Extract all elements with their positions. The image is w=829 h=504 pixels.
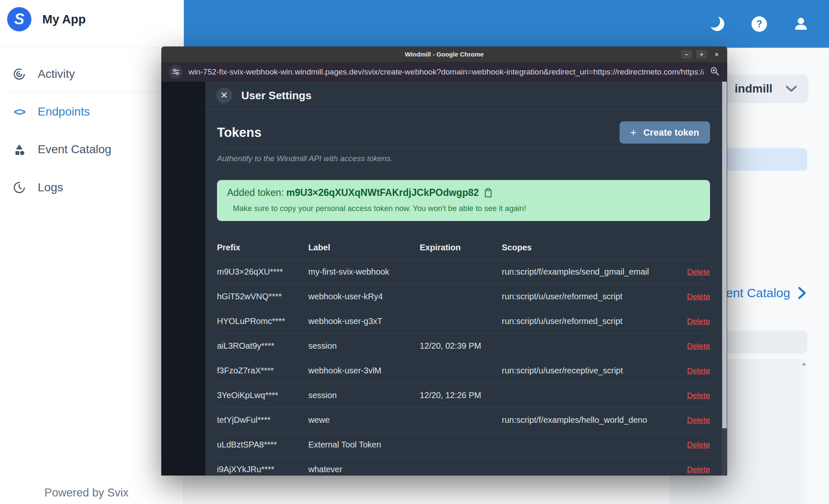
table-row: i9AjXYkJRu**** whatever Delete [217,457,710,476]
table-row: 3YeOiKpLwq**** session 12/20, 12:26 PM D… [217,383,710,408]
table-row: HYOLuPRomc**** webhook-user-g3xT run:scr… [217,309,710,334]
col-header-actions [675,243,710,252]
token-prefix: i9AjXYkJRu**** [217,465,308,474]
token-label: External Tool Token [308,440,420,450]
col-header-label: Label [308,243,420,252]
history-clock-icon [12,181,27,194]
delete-token-link[interactable]: Delete [687,465,710,474]
token-label: session [308,391,420,400]
chevron-right-icon [797,286,807,300]
code-brackets-icon: <> [12,105,27,118]
delete-token-link[interactable]: Delete [687,292,710,301]
app-header: ? [184,0,829,48]
sidebar-item-activity[interactable]: Activity [0,64,184,84]
help-icon[interactable]: ? [752,16,767,32]
chevron-down-icon [785,85,798,93]
create-token-label: Create token [643,127,699,138]
token-label: webhook-user-3vlM [308,366,420,375]
user-profile-icon[interactable] [793,16,809,32]
workspace-label: indmill [735,82,772,95]
activity-icon [12,67,27,81]
token-warning-note: Make sure to copy your personal access t… [233,204,700,213]
token-label: whatever [308,465,420,474]
token-prefix: aiL3ROat9y**** [217,341,308,351]
zoom-magnifier-icon[interactable] [710,66,720,78]
delete-token-link[interactable]: Delete [687,267,710,276]
drawer-body: Tokens + Create token Authentify to the … [205,110,722,476]
drawer-title: User Settings [241,89,312,102]
added-token-text: Added token: [227,187,284,198]
scrollbar-thumb[interactable] [722,82,727,428]
chrome-titlebar[interactable]: Windmill - Google Chrome – + × [161,46,727,62]
token-label: webhook-user-g3xT [308,316,420,326]
token-scopes: run:script/f/examples/hello_world_deno [502,415,675,425]
section-divider [217,149,710,149]
sidebar-divider [10,92,184,93]
window-title: Windmill - Google Chrome [405,51,483,58]
table-row: hGiT52wVNQ**** webhook-user-kRy4 run:scr… [217,284,710,309]
powered-by-svix: Powered by Svix [44,486,129,499]
token-prefix: m9U3×26qXU**** [217,267,308,277]
sidebar-item-label: Activity [38,67,75,81]
sidebar-item-label: Event Catalog [38,143,111,156]
token-scopes: run:script/u/user/reformed_script [502,292,675,301]
close-window-button[interactable]: × [711,50,722,59]
delete-token-link[interactable]: Delete [687,416,710,424]
sidebar: S My App Activity <> Endpoints [0,0,184,504]
table-row: f3FzoZ7raX**** webhook-user-3vlM run:scr… [217,358,710,383]
app-brand: S My App [0,0,183,31]
token-expiration: 12/20, 02:39 PM [420,341,502,351]
token-scopes: run:script/f/examples/send_gmail_email [502,267,675,277]
token-prefix: 3YeOiKpLwq**** [217,391,308,400]
window-scrollbar[interactable] [722,82,727,476]
token-label: webhook-user-kRy4 [308,292,420,301]
url-input[interactable]: win-752-fix-svix-webhook-win.windmill.pa… [189,67,704,77]
token-prefix: hGiT52wVNQ**** [217,292,308,301]
copy-clipboard-icon[interactable] [484,188,493,198]
minimize-button[interactable]: – [681,50,692,59]
table-row: uLdBztSPA8**** External Tool Token Delet… [217,432,710,457]
shapes-icon [12,143,27,156]
token-prefix: HYOLuPRomc**** [217,316,308,326]
maximize-button[interactable]: + [696,50,707,59]
site-settings-icon[interactable] [169,65,183,79]
sidebar-item-endpoints[interactable]: <> Endpoints [0,102,184,122]
create-token-button[interactable]: + Create token [620,121,710,144]
chrome-window: Windmill - Google Chrome – + × win-752-f… [161,46,727,476]
plus-icon: + [630,126,637,139]
delete-token-link[interactable]: Delete [687,440,710,449]
col-header-prefix: Prefix [217,243,308,252]
col-header-expiration: Expiration [420,243,502,252]
sidebar-item-event-catalog[interactable]: Event Catalog [0,139,184,159]
token-label: wewe [308,415,420,425]
event-catalog-link[interactable]: ent Catalog [726,286,807,300]
table-row: aiL3ROat9y**** session 12/20, 02:39 PM D… [217,334,710,358]
token-created-banner: Added token: m9U3×26qXUXqNWtFAKrdjJCkPOd… [217,180,710,221]
token-value: m9U3×26qXUXqNWtFAKrdjJCkPOdwgp82 [287,187,479,198]
token-label: my-first-svix-webhook [308,267,420,277]
dark-mode-moon-icon[interactable] [709,15,726,32]
sidebar-item-logs[interactable]: Logs [0,177,184,198]
panel-scrollbar[interactable] [801,359,807,504]
token-expiration: 12/20, 12:26 PM [420,391,502,400]
sidebar-item-label: Logs [38,181,63,194]
token-prefix: tetYjDwFul**** [217,415,308,425]
col-header-scopes: Scopes [502,243,675,252]
close-drawer-button[interactable]: ✕ [216,87,232,103]
delete-token-link[interactable]: Delete [687,366,710,375]
table-row: tetYjDwFul**** wewe run:script/f/example… [217,408,710,432]
token-scopes: run:script/u/user/receptive_script [502,366,675,375]
tokens-section-subtitle: Authentify to the Windmill API with acce… [217,154,710,163]
delete-token-link[interactable]: Delete [687,391,710,400]
token-label: session [308,341,420,351]
scroll-up-arrow-icon [802,363,806,365]
chrome-urlbar: win-752-fix-svix-webhook-win.windmill.pa… [161,62,727,82]
delete-token-link[interactable]: Delete [687,342,710,350]
event-catalog-link-label: ent Catalog [726,286,790,300]
token-prefix: uLdBztSPA8**** [217,440,308,450]
dimmed-page-backdrop[interactable] [161,82,205,476]
app-name: My App [42,13,86,26]
delete-token-link[interactable]: Delete [687,317,710,326]
drawer-header: ✕ User Settings [205,82,722,110]
user-settings-drawer: ✕ User Settings Tokens + Create token Au… [205,82,722,476]
